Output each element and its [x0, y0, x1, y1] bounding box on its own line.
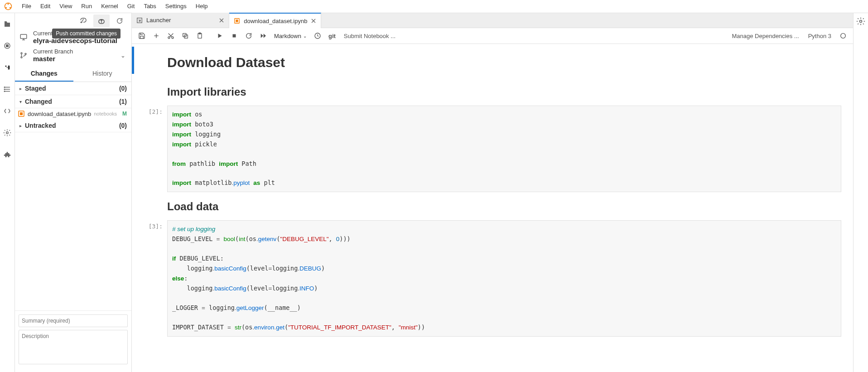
kernel-status-icon[interactable] [837, 29, 849, 42]
cut-icon[interactable] [164, 29, 177, 42]
kernel-name[interactable]: Python 3 [805, 33, 835, 39]
menu-git[interactable]: Git [123, 0, 140, 13]
running-icon[interactable] [3, 41, 12, 50]
git-icon[interactable] [3, 63, 12, 72]
add-cell-icon[interactable] [150, 29, 163, 42]
file-path: notebooks [94, 111, 117, 116]
menu-help[interactable]: Help [191, 0, 212, 13]
paste-icon[interactable] [193, 29, 206, 42]
launcher-icon [136, 17, 143, 24]
tab-history[interactable]: History [73, 66, 132, 82]
activity-bar [0, 13, 15, 372]
heading-1: Download Dataset [167, 50, 841, 77]
manage-dependencies-button[interactable]: Manage Dependencies ... [728, 33, 803, 39]
close-icon[interactable] [219, 18, 224, 23]
changed-file-row[interactable]: download_dataset.ipynb notebooks M [15, 108, 131, 119]
current-branch[interactable]: Current Branch master ⌄ [15, 46, 131, 64]
tab-changes[interactable]: Changes [15, 66, 73, 82]
run-icon[interactable] [213, 29, 226, 42]
git-panel: Push committed changes Current Repositor… [15, 13, 132, 372]
active-cell-bar [132, 47, 134, 74]
content-area: Launcher download_dataset.ipynb Markdow [132, 13, 853, 372]
cell-prompt: [3]: [132, 220, 167, 336]
menu-tabs[interactable]: Tabs [139, 0, 160, 13]
code-cell[interactable]: [3]: # set up logging DEBUG_LEVEL = bool… [132, 219, 853, 337]
tab-launcher[interactable]: Launcher [132, 13, 229, 28]
celltype-select[interactable]: Markdown ⌄ [271, 33, 309, 39]
pipeline-icon[interactable] [3, 128, 12, 137]
svg-point-13 [4, 89, 5, 90]
section-staged[interactable]: ▸ Staged (0) [15, 82, 131, 95]
file-name: download_dataset.ipynb [28, 111, 91, 117]
filebrowser-icon[interactable] [3, 19, 12, 29]
section-untracked[interactable]: ▸ Untracked (0) [15, 119, 131, 132]
notebook-icon [234, 18, 240, 24]
toc-icon[interactable] [3, 85, 12, 94]
svg-point-19 [21, 53, 22, 54]
menubar: File Edit View Run Kernel Git Tabs Setti… [0, 0, 868, 13]
svg-rect-42 [233, 34, 236, 38]
section-count: (0) [119, 122, 127, 129]
caret-down-icon: ▾ [19, 99, 23, 104]
svg-point-6 [5, 66, 7, 67]
celltype-label: Markdown [274, 33, 301, 39]
git-button[interactable]: git [326, 29, 338, 42]
tab-label: Launcher [146, 17, 171, 24]
chevron-down-icon: ⌄ [121, 52, 127, 59]
save-icon[interactable] [135, 29, 148, 42]
section-title: Staged [25, 85, 119, 92]
svg-point-14 [4, 91, 5, 92]
svg-point-1 [8, 3, 9, 5]
snippets-icon[interactable] [3, 106, 12, 116]
branch-icon [19, 51, 29, 59]
tab-notebook[interactable]: download_dataset.ipynb [229, 13, 321, 28]
menu-edit[interactable]: Edit [36, 0, 55, 13]
right-sidebar [853, 13, 868, 372]
markdown-cell[interactable]: Download Dataset [132, 49, 853, 78]
tooltip: Push committed changes [52, 29, 121, 39]
svg-point-8 [8, 66, 10, 67]
file-status: M [122, 111, 127, 117]
menu-settings[interactable]: Settings [161, 0, 191, 13]
markdown-cell[interactable]: Load data [132, 193, 853, 219]
monitor-icon [19, 33, 29, 41]
cell-prompt [132, 50, 167, 77]
code-input[interactable]: import os import boto3 import logging im… [167, 106, 841, 192]
svg-point-46 [841, 34, 846, 39]
commit-description-input[interactable] [19, 330, 128, 364]
stop-icon[interactable] [228, 29, 241, 42]
fastforward-icon[interactable] [257, 29, 270, 42]
section-count: (0) [119, 85, 127, 92]
notebook-body[interactable]: Download Dataset Import libraries [2]: i… [132, 44, 853, 372]
tab-label: download_dataset.ipynb [244, 18, 307, 24]
code-input[interactable]: # set up logging DEBUG_LEVEL = bool(int(… [167, 220, 841, 336]
submit-notebook-button[interactable]: Submit Notebook ... [340, 33, 399, 39]
git-toolbar: Push committed changes [15, 13, 131, 28]
file-sections: ▸ Staged (0) ▾ Changed (1) download_data… [15, 82, 131, 310]
commit-summary-input[interactable] [19, 314, 128, 327]
markdown-cell[interactable]: Import libraries [132, 78, 853, 105]
close-icon[interactable] [311, 18, 316, 24]
gear-icon[interactable] [856, 17, 865, 26]
tabbar: Launcher download_dataset.ipynb [132, 13, 853, 28]
svg-point-2 [5, 7, 7, 9]
menu-view[interactable]: View [55, 0, 77, 13]
refresh-icon[interactable] [111, 14, 128, 27]
menu-file[interactable]: File [17, 0, 36, 13]
code-cell[interactable]: [2]: import os import boto3 import loggi… [132, 105, 853, 193]
svg-point-21 [25, 53, 26, 55]
section-changed[interactable]: ▾ Changed (1) [15, 95, 131, 108]
restart-icon[interactable] [242, 29, 255, 42]
heading-2: Load data [167, 194, 841, 218]
push-icon[interactable] [93, 14, 110, 27]
pull-icon[interactable] [75, 14, 92, 27]
section-count: (1) [119, 98, 127, 105]
menu-run[interactable]: Run [77, 0, 96, 13]
menu-kernel[interactable]: Kernel [96, 0, 123, 13]
extension-icon[interactable] [3, 150, 12, 159]
copy-icon[interactable] [179, 29, 192, 42]
clock-icon[interactable] [311, 29, 324, 42]
notebook-toolbar: Markdown ⌄ git Submit Notebook ... Manag… [132, 28, 853, 44]
svg-rect-23 [20, 112, 23, 115]
svg-point-47 [860, 20, 862, 23]
